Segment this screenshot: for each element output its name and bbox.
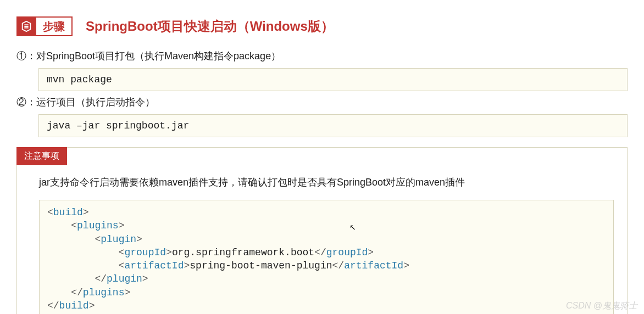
step-1-label: ①：对SpringBoot项目打包（执行Maven构建指令package） (16, 49, 628, 63)
step-2: ②：运行项目（执行启动指令） java –jar springboot.jar (16, 96, 628, 137)
watermark: CSDN @鬼鬼骑士 (566, 300, 637, 312)
header-badge-label: 步骤 (36, 19, 65, 34)
step-1: ①：对SpringBoot项目打包（执行Maven构建指令package） mv… (16, 49, 628, 91)
xml-code-block: <build> <plugins> <plugin> <groupId>org.… (39, 200, 614, 314)
page-title: SpringBoot项目快速启动（Windows版） (86, 18, 334, 35)
notice-content: jar支持命令行启动需要依赖maven插件支持，请确认打包时是否具有Spring… (17, 166, 627, 314)
step-2-code: java –jar springboot.jar (38, 114, 628, 137)
list-icon (16, 16, 36, 36)
notice-badge: 注意事项 (16, 147, 67, 165)
notice-box: 注意事项 jar支持命令行启动需要依赖maven插件支持，请确认打包时是否具有S… (16, 147, 628, 314)
step-1-code: mvn package (38, 68, 628, 91)
step-2-label: ②：运行项目（执行启动指令） (16, 96, 628, 109)
header-badge: 步骤 (16, 16, 73, 36)
section-header: 步骤 SpringBoot项目快速启动（Windows版） (16, 16, 628, 36)
notice-text: jar支持命令行启动需要依赖maven插件支持，请确认打包时是否具有Spring… (39, 176, 614, 189)
